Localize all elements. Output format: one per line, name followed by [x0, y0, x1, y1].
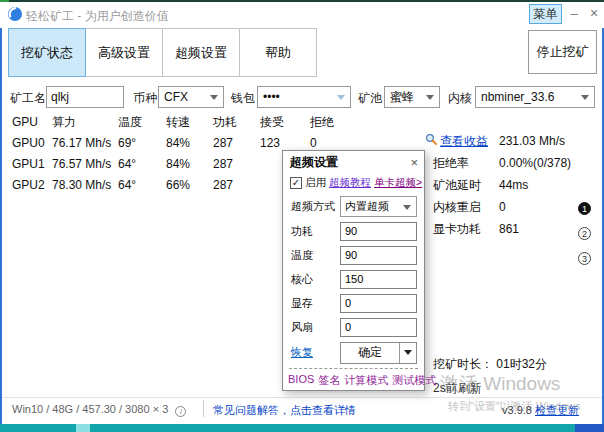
- gpu-col-header: 算力: [52, 112, 118, 133]
- kernel-select[interactable]: nbminer_33.6: [475, 86, 595, 108]
- faq-link[interactable]: 常见问题解答，点击查看详情: [213, 403, 356, 418]
- mode-label: 超频方式: [291, 199, 335, 214]
- vram-input[interactable]: [340, 294, 417, 313]
- overclock-dialog: 超频设置 × ✓ 启用 超频教程 单卡超频> 超频方式 内置超频 功耗 温度 核…: [282, 150, 425, 391]
- chevron-down-icon: [337, 95, 345, 100]
- income-link[interactable]: 查看收益: [440, 133, 488, 150]
- miner-name-label: 矿工名: [10, 90, 46, 107]
- overclock-actions-row: 恢复 确定: [283, 339, 424, 366]
- core-input[interactable]: [340, 270, 417, 289]
- chevron-down-icon: [426, 95, 434, 100]
- tab-help[interactable]: 帮助: [239, 28, 317, 77]
- titlebar[interactable]: 轻松矿工 - 为用户创造价值 菜单 – ×: [0, 2, 604, 28]
- gpu-cell: GPU1: [12, 154, 52, 175]
- version-row: v3.9.8 检查更新: [502, 403, 579, 418]
- tab-overclock-settings[interactable]: 超频设置: [162, 28, 240, 77]
- step-badge-2[interactable]: 2: [578, 227, 591, 240]
- stats-panel: 查看收益 231.03 Mh/s 拒绝率 0.00%(0/378) 矿池延时 4…: [425, 130, 601, 240]
- wallet-value: ••••: [263, 90, 280, 104]
- gpu-cell: 76.17 Mh/s: [52, 133, 118, 154]
- stat-row-restarts: 内核重启 0: [425, 196, 601, 218]
- gpu-cell: GPU0: [12, 133, 52, 154]
- stat-label: 矿池延时: [433, 177, 499, 194]
- gpu-cell: 78.30 Mh/s: [52, 175, 118, 196]
- stat-label: 拒绝率: [433, 155, 499, 172]
- refresh-status: 2s前刷新: [433, 380, 482, 397]
- gpu-cell: 287: [213, 133, 260, 154]
- pool-value: 蜜蜂: [390, 90, 414, 104]
- gpu-cell: 69°: [118, 133, 166, 154]
- stat-value: 861: [499, 222, 519, 236]
- gpu-col-header: 拒绝: [310, 112, 370, 133]
- overclock-dialog-titlebar: 超频设置 ×: [283, 151, 424, 172]
- field-fan: 风扇: [283, 315, 424, 339]
- single-card-overclock-link[interactable]: 单卡超频>: [374, 176, 422, 190]
- close-button[interactable]: ×: [585, 3, 603, 23]
- wallet-select[interactable]: ••••: [257, 86, 351, 108]
- menu-button[interactable]: 菜单: [529, 4, 562, 24]
- mode-select[interactable]: 内置超频: [340, 196, 417, 217]
- power-input[interactable]: [340, 222, 417, 241]
- chevron-down-icon: [210, 95, 218, 100]
- system-info: Win10 / 48G / 457.30 / 3080 × 3 i: [12, 403, 186, 417]
- stat-row-income: 查看收益 231.03 Mh/s: [425, 130, 601, 152]
- gpu-col-header: 接受: [260, 112, 310, 133]
- field-label: 温度: [291, 248, 313, 263]
- tutorial-link[interactable]: 超频教程: [329, 176, 371, 190]
- step-badge-3[interactable]: 3: [578, 252, 591, 265]
- magnifier-icon: [425, 133, 438, 149]
- close-icon[interactable]: ×: [410, 155, 418, 170]
- window-title: 轻松矿工 - 为用户创造价值: [26, 8, 169, 25]
- gpu-cell: 64°: [118, 175, 166, 196]
- minimize-button[interactable]: –: [564, 3, 584, 23]
- check-update-link[interactable]: 检查更新: [535, 404, 579, 416]
- gpu-cell: 84%: [166, 154, 213, 175]
- stat-label: 内核重启: [433, 199, 499, 216]
- gpu-col-header: 转速: [166, 112, 213, 133]
- test-mode-link[interactable]: 测试模式: [392, 373, 436, 388]
- gpu-cell: 76.57 Mh/s: [52, 154, 118, 175]
- gpu-cell: 64°: [118, 154, 166, 175]
- temp-input[interactable]: [340, 246, 417, 265]
- info-icon[interactable]: i: [175, 406, 186, 417]
- statusbar-divider: [2, 397, 602, 398]
- field-label: 显存: [291, 296, 313, 311]
- tab-advanced-settings[interactable]: 高级设置: [85, 28, 163, 77]
- coin-value: CFX: [164, 90, 188, 104]
- ok-dropdown-arrow[interactable]: [399, 343, 416, 363]
- statusbar-separator: [203, 400, 204, 417]
- taskbar-strip-right: [575, 424, 604, 432]
- bios-link[interactable]: BIOS: [288, 373, 314, 388]
- enable-checkbox[interactable]: ✓: [290, 177, 302, 189]
- version-label: v3.9.8: [502, 404, 532, 416]
- fan-input[interactable]: [340, 318, 417, 337]
- pool-select[interactable]: 蜜蜂: [384, 86, 440, 108]
- ok-split-button[interactable]: 确定: [340, 342, 417, 364]
- stop-mining-button[interactable]: 停止挖矿: [528, 30, 597, 74]
- restore-link[interactable]: 恢复: [291, 345, 313, 360]
- tab-bar: 挖矿状态 高级设置 超频设置 帮助: [8, 28, 317, 77]
- coin-select[interactable]: CFX: [158, 86, 224, 108]
- field-label: 功耗: [291, 224, 313, 239]
- total-hashrate: 231.03 Mh/s: [499, 134, 565, 148]
- stat-value: 0.00%(0/378): [499, 156, 571, 170]
- miner-name-input[interactable]: [46, 86, 124, 108]
- gpu-col-header: 温度: [118, 112, 166, 133]
- field-label: 核心: [291, 272, 313, 287]
- enable-label: 启用: [305, 176, 326, 190]
- compute-mode-link[interactable]: 计算模式: [344, 373, 388, 388]
- signature-link[interactable]: 签名: [318, 373, 340, 388]
- taskbar-strip-highlight: [76, 424, 90, 432]
- tab-mining-status[interactable]: 挖矿状态: [8, 28, 86, 77]
- gpu-cell: 287: [213, 175, 260, 196]
- overclock-dialog-title: 超频设置: [290, 154, 338, 171]
- ok-button[interactable]: 确定: [341, 343, 399, 363]
- stat-value: 0: [499, 200, 506, 214]
- stat-row-reject: 拒绝率 0.00%(0/378): [425, 152, 601, 174]
- stat-label: 显卡功耗: [433, 221, 499, 238]
- stat-row-power: 显卡功耗 861: [425, 218, 601, 240]
- step-badge-1[interactable]: 1: [578, 202, 591, 215]
- wallet-label: 钱包: [231, 90, 255, 107]
- mode-value: 内置超频: [345, 200, 389, 212]
- app-icon: [7, 6, 23, 26]
